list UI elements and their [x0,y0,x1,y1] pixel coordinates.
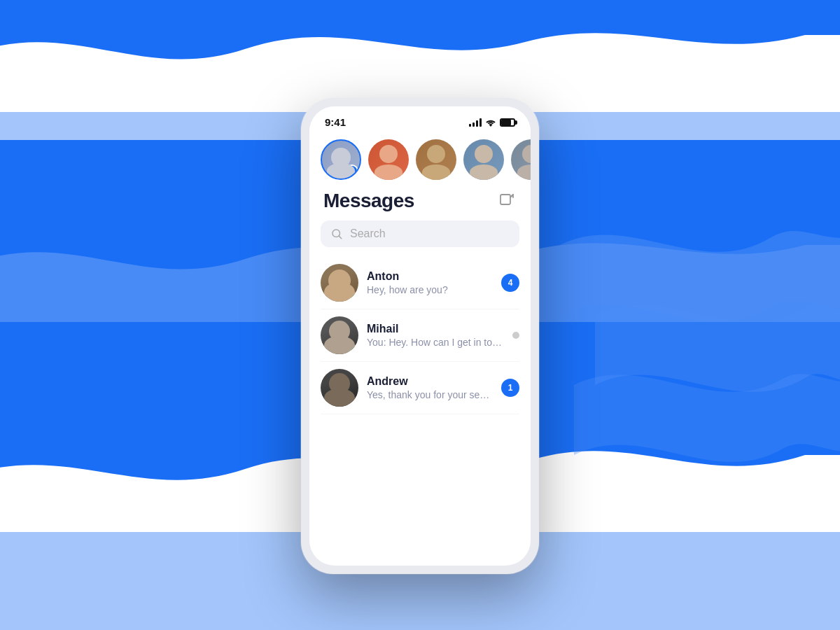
phone-mockup: 9:41 + [301,98,539,532]
avatar-anton [321,264,358,302]
story-avatar-1[interactable]: + [321,139,361,180]
conversation-preview: Hey, how are you? [367,284,493,295]
compose-button[interactable] [497,191,517,211]
story-avatar-4[interactable] [463,139,504,180]
phone-body: 9:41 + [301,98,539,574]
wifi-icon [485,118,496,127]
avatar-andrew [321,369,358,407]
story-avatar-3[interactable] [416,139,456,180]
search-icon [330,227,343,240]
conversation-list: Anton Hey, how are you? 4 Mihail You: He… [309,257,531,414]
battery-icon [500,118,515,127]
story-avatar-2[interactable] [368,139,409,180]
conversation-name: Mihail [367,323,504,335]
online-indicator [349,344,357,353]
conversation-info: Andrew Yes, thank you for your services! [367,375,493,400]
online-indicator [349,292,357,300]
avatar-mihail [321,316,358,354]
conversation-info: Mihail You: Hey. How can I get in touch … [367,323,504,348]
conversation-name: Andrew [367,375,493,388]
unread-badge: 1 [501,379,519,397]
conversation-preview: Yes, thank you for your services! [367,389,493,400]
status-bar: 9:41 [309,106,531,132]
conversation-info: Anton Hey, how are you? [367,270,493,295]
read-dot [512,332,519,339]
stories-row: + [309,132,531,187]
conversation-item[interactable]: Anton Hey, how are you? 4 [321,257,519,309]
status-icons [469,118,515,127]
story-avatar-5[interactable] [511,139,531,180]
messages-header: Messages [309,187,531,220]
svg-rect-1 [500,195,510,204]
phone-screen: 9:41 + [309,106,531,566]
conversation-preview: You: Hey. How can I get in touch with... [367,337,504,348]
messages-title: Messages [323,190,414,212]
search-bar[interactable]: Search [321,220,519,247]
search-placeholder: Search [350,227,386,240]
story-add-badge: + [346,164,358,177]
conversation-item[interactable]: Mihail You: Hey. How can I get in touch … [321,309,519,362]
unread-badge: 4 [501,274,519,292]
conversation-name: Anton [367,270,493,283]
conversation-item[interactable]: Andrew Yes, thank you for your services!… [321,362,519,414]
signal-icon [469,118,482,127]
status-time: 9:41 [325,116,346,128]
